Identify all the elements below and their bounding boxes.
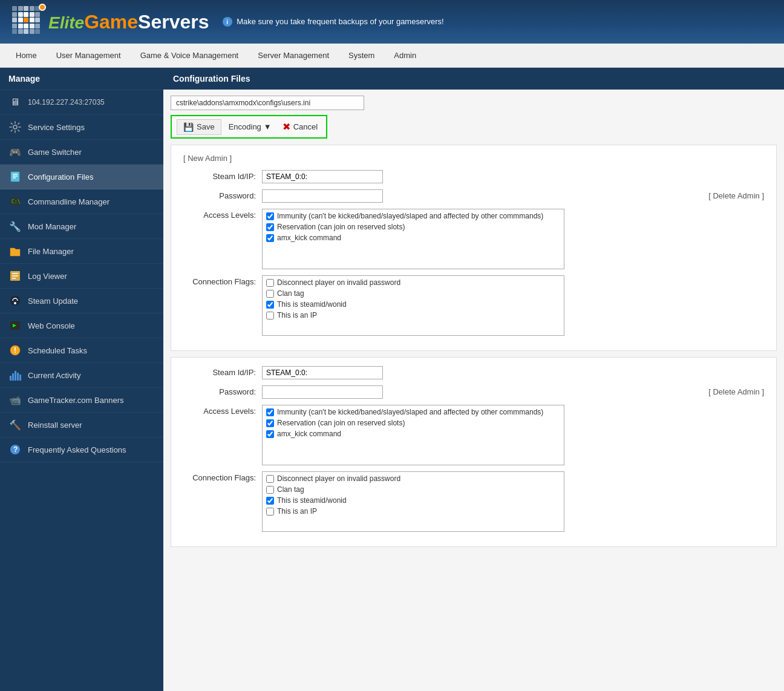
sidebar-reinstall-label: Reinstall server [28, 421, 82, 430]
sidebar: Manage 🖥 104.192.227.243:27035 Service S… [0, 68, 163, 691]
title-game: Game [84, 11, 138, 33]
nav-server-management[interactable]: Server Management [248, 45, 339, 66]
sidebar-item-commandline[interactable]: C:\ Commandline Manager [0, 189, 163, 214]
connection-flags-label-1: Connection Flags: [183, 275, 262, 286]
access-level-checkbox-2-0[interactable] [266, 408, 274, 416]
steam-id-row-2: Steam Id/IP: [183, 366, 764, 379]
password-input-2[interactable] [262, 385, 383, 399]
nav-system[interactable]: System [339, 45, 384, 66]
delete-admin-link-1[interactable]: [ Delete Admin ] [702, 189, 764, 200]
access-levels-row-1: Access Levels: Immunity (can't be kicked… [183, 209, 764, 269]
sidebar-item-current-activity[interactable]: Current Activity [0, 363, 163, 388]
sidebar-item-log-viewer[interactable]: Log Viewer [0, 264, 163, 289]
content-wrapper: Manage 🖥 104.192.227.243:27035 Service S… [0, 68, 784, 691]
sidebar-item-gametracker[interactable]: 📹 GameTracker.com Banners [0, 388, 163, 413]
access-level-text-2-1: Reservation (can join on reserved slots) [277, 419, 405, 427]
connection-flag-text-1-0: Disconnect player on invalid password [277, 278, 400, 287]
password-label-2: Password: [183, 385, 262, 396]
steam-id-label-1: Steam Id/IP: [183, 170, 262, 181]
sidebar-file-manager-label: File Manager [28, 247, 74, 256]
access-level-text-2-2: amx_kick command [277, 430, 341, 438]
connection-flags-container-1[interactable]: Disconnect player on invalid password Cl… [262, 275, 564, 336]
password-input-1[interactable] [262, 189, 383, 203]
svg-point-0 [13, 125, 17, 129]
nav-admin[interactable]: Admin [384, 45, 426, 66]
game-switcher-icon: 🎮 [8, 145, 22, 159]
delete-admin-link-2[interactable]: [ Delete Admin ] [702, 385, 764, 396]
faq-icon: ? [8, 443, 22, 456]
title-elite: Elite [48, 13, 84, 33]
main-section-header: Configuration Files [163, 68, 784, 90]
sidebar-server-ip[interactable]: 🖥 104.192.227.243:27035 [0, 90, 163, 115]
save-button[interactable]: 💾 Save [177, 119, 221, 135]
sidebar-log-viewer-label: Log Viewer [28, 272, 67, 281]
svg-rect-18 [12, 373, 14, 381]
web-console-icon [8, 319, 22, 332]
connection-flag-checkbox-1-3[interactable] [266, 312, 274, 319]
access-levels-container-2[interactable]: Immunity (can't be kicked/baned/slayed/s… [262, 405, 564, 465]
access-level-text-2-0: Immunity (can't be kicked/baned/slayed/s… [277, 408, 543, 416]
sidebar-item-config-files[interactable]: Configuration Files [0, 165, 163, 189]
access-level-item: amx_kick command [266, 430, 560, 438]
site-header: Elite Game Servers i Make sure you take … [0, 0, 784, 44]
connection-flag-text-2-2: This is steamid/wonid [277, 496, 347, 505]
access-level-checkbox-2-2[interactable] [266, 430, 274, 438]
connection-flag-item: This is an IP [266, 507, 560, 516]
file-path-input[interactable] [171, 96, 364, 110]
connection-flags-container-2[interactable]: Disconnect player on invalid password Cl… [262, 471, 564, 532]
file-manager-icon [8, 244, 22, 258]
sidebar-item-mod-manager[interactable]: 🔧 Mod Manager [0, 214, 163, 239]
steam-icon [8, 294, 22, 307]
header-notice: i Make sure you take frequent backups of… [223, 17, 444, 27]
logo-area: Elite Game Servers [12, 6, 209, 38]
sidebar-item-reinstall[interactable]: 🔨 Reinstall server [0, 413, 163, 437]
connection-flag-item: Disconnect player on invalid password [266, 474, 560, 483]
sidebar-item-game-switcher[interactable]: 🎮 Game Switcher [0, 140, 163, 165]
sidebar-item-web-console[interactable]: Web Console [0, 313, 163, 338]
cancel-button[interactable]: ✖ Cancel [279, 119, 321, 135]
connection-flag-item: Clan tag [266, 485, 560, 494]
sidebar-item-steam-update[interactable]: Steam Update [0, 289, 163, 313]
access-level-checkbox-1-0[interactable] [266, 212, 274, 220]
svg-rect-17 [10, 376, 11, 381]
connection-flag-checkbox-1-0[interactable] [266, 279, 274, 287]
sidebar-steam-update-label: Steam Update [28, 296, 78, 306]
steam-id-input-2[interactable] [262, 366, 383, 379]
config-area: 💾 Save Encoding ▼ ✖ Cancel [ New Admin ]… [163, 90, 784, 559]
connection-flag-checkbox-2-3[interactable] [266, 508, 274, 516]
encoding-button[interactable]: Encoding ▼ [225, 120, 275, 134]
access-level-checkbox-1-2[interactable] [266, 234, 274, 242]
connection-flag-item: Clan tag [266, 289, 560, 298]
connection-flags-label-2: Connection Flags: [183, 471, 262, 482]
sidebar-item-faq[interactable]: ? Frequently Asked Questions [0, 437, 163, 462]
connection-flag-item: This is steamid/wonid [266, 300, 560, 309]
connection-flag-text-1-2: This is steamid/wonid [277, 300, 347, 309]
sidebar-item-scheduled-tasks[interactable]: ! Scheduled Tasks [0, 338, 163, 363]
save-icon: 💾 [183, 122, 194, 132]
connection-flag-checkbox-2-0[interactable] [266, 475, 274, 483]
service-settings-icon [8, 120, 22, 134]
connection-flag-checkbox-2-2[interactable] [266, 497, 274, 505]
sidebar-item-service-settings[interactable]: Service Settings [0, 115, 163, 140]
sidebar-commandline-label: Commandline Manager [28, 197, 109, 206]
connection-flag-checkbox-2-1[interactable] [266, 486, 274, 494]
connection-flag-checkbox-1-2[interactable] [266, 301, 274, 309]
sidebar-manage-header: Manage [0, 68, 163, 90]
steam-id-input-1[interactable] [262, 170, 383, 183]
access-levels-container-1[interactable]: Immunity (can't be kicked/baned/slayed/s… [262, 209, 564, 269]
connection-flag-checkbox-1-1[interactable] [266, 290, 274, 298]
connection-flag-item: Disconnect player on invalid password [266, 278, 560, 287]
site-title: Elite Game Servers [48, 11, 209, 33]
logo-icon [12, 6, 44, 38]
admin-block-1: [ New Admin ] Steam Id/IP: Password: [ D… [171, 145, 777, 351]
nav-game-voice[interactable]: Game & Voice Management [131, 45, 249, 66]
access-level-checkbox-1-1[interactable] [266, 223, 274, 231]
access-level-text-1-1: Reservation (can join on reserved slots) [277, 223, 405, 231]
nav-bar: Home User Management Game & Voice Manage… [0, 44, 784, 68]
nav-user-management[interactable]: User Management [47, 45, 131, 66]
access-level-checkbox-2-1[interactable] [266, 419, 274, 427]
nav-home[interactable]: Home [6, 45, 47, 66]
server-ip-label: 104.192.227.243:27035 [28, 98, 105, 106]
sidebar-item-file-manager[interactable]: File Manager [0, 239, 163, 264]
access-level-item: Immunity (can't be kicked/baned/slayed/s… [266, 212, 560, 220]
